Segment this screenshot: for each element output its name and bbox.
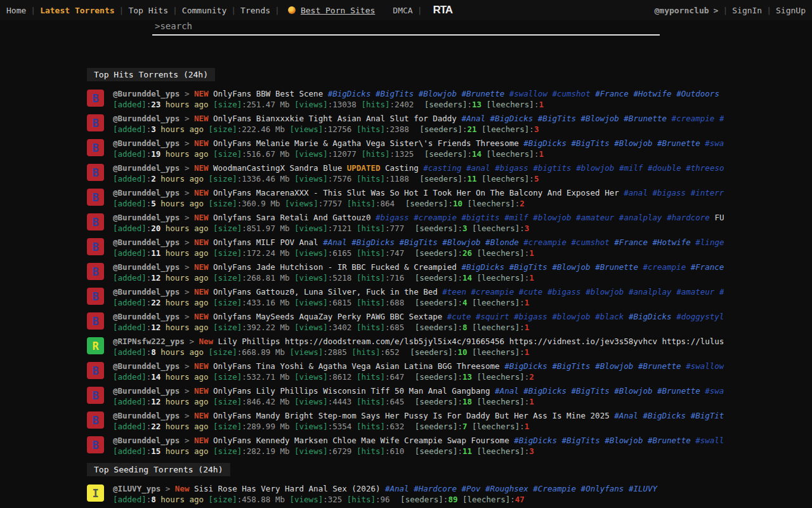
torrent-title-link[interactable]: OnlyFans Kennedy Marksen Chloe Mae Wife … xyxy=(213,436,509,445)
tag-link[interactable]: #Hotwife xyxy=(653,237,691,247)
tag-link[interactable]: #BigTits xyxy=(552,361,590,371)
tag-link[interactable]: #BigDicks xyxy=(490,114,534,123)
tag-link[interactable]: #BigTits xyxy=(572,386,610,396)
tag-link[interactable]: #creampie xyxy=(523,237,566,247)
uploader-avatar[interactable]: B xyxy=(87,238,104,255)
tag-link[interactable]: #Blowjob xyxy=(614,138,652,148)
tag-link[interactable]: #BigDicks xyxy=(351,237,395,247)
uploader-avatar[interactable]: I xyxy=(87,485,104,502)
tag-link[interactable]: #Hardcore xyxy=(414,484,457,493)
tag-link[interactable]: #bigass xyxy=(376,213,409,222)
uploader-avatar[interactable]: B xyxy=(87,90,104,107)
uploader-link[interactable]: @Burunddel_yps xyxy=(113,138,180,148)
uploader-link[interactable]: @Burunddel_yps xyxy=(113,312,180,321)
torrent-title-link[interactable]: OnlyFans MacarenaXXX - This Slut Was So … xyxy=(213,188,619,197)
tag-link[interactable]: #bigtits xyxy=(533,163,571,173)
tag-link[interactable]: #Blowjob xyxy=(419,89,457,98)
tag-link[interactable]: #swall… xyxy=(705,138,724,148)
tag-link[interactable]: #BigTits xyxy=(376,89,414,98)
tag-link[interactable]: #Brunette xyxy=(657,138,700,148)
tag-link[interactable]: #anal xyxy=(466,163,490,173)
tag-link[interactable]: #bigass xyxy=(495,163,528,173)
tag-link[interactable]: #Brunette xyxy=(657,386,700,396)
tag-link[interactable]: #swall… xyxy=(705,386,724,396)
best-porn-sites-link[interactable]: Best Porn Sites xyxy=(288,6,375,15)
tag-link[interactable]: #milf xyxy=(504,213,528,222)
uploader-link[interactable]: @Burunddel_yps xyxy=(113,436,180,445)
tag-link[interactable]: #swallow xyxy=(686,361,724,371)
torrent-title-link[interactable]: OnlyFans Mandy Bright Step-mom Says Her … xyxy=(213,411,610,420)
search-input[interactable] xyxy=(154,20,658,32)
nav-item-latest-torrents[interactable]: Latest Torrents xyxy=(40,6,114,15)
uploader-avatar[interactable]: B xyxy=(87,263,104,280)
tag-link[interactable]: #Blonde xyxy=(485,237,519,247)
torrent-title-link[interactable]: Sisi Rose Has Very Hard Anal Sex (2026) xyxy=(194,484,381,493)
uploader-avatar[interactable]: B xyxy=(87,139,104,156)
tag-link[interactable]: #Anal xyxy=(385,484,409,493)
torrent-title-link[interactable]: Onlyfans MILF POV Anal xyxy=(213,237,318,247)
torrent-title-link[interactable]: Onlyfans MaySeeds AquaZay Perky PAWG BBC… xyxy=(213,312,442,321)
uploader-link[interactable]: @RIPNsfw222_yps xyxy=(113,337,185,346)
tag-link[interactable]: #cute xyxy=(447,312,471,321)
uploader-link[interactable]: @Burunddel_yps xyxy=(113,411,180,420)
tag-link[interactable]: #Brunette xyxy=(624,114,667,123)
tag-link[interactable]: #doggystyle xyxy=(676,312,724,321)
tag-link[interactable]: #Blowjob xyxy=(595,361,633,371)
uploader-avatar[interactable]: B xyxy=(87,387,104,404)
tag-link[interactable]: #Anal xyxy=(323,237,347,247)
nav-item-trends[interactable]: Trends xyxy=(240,6,270,15)
uploader-avatar[interactable]: B xyxy=(87,164,104,181)
signin-link[interactable]: SignIn xyxy=(732,6,762,15)
tag-link[interactable]: #anal xyxy=(624,188,648,197)
tag-link[interactable]: #blowjob xyxy=(576,163,614,173)
tag-link[interactable]: #swallow… xyxy=(695,436,724,445)
tag-link[interactable]: #France xyxy=(595,89,629,98)
torrent-title-link[interactable]: Casting xyxy=(385,163,419,173)
tag-link[interactable]: #creampie xyxy=(672,114,715,123)
tag-link[interactable]: #analplay xyxy=(619,213,662,222)
uploader-avatar[interactable]: B xyxy=(87,411,104,429)
tag-link[interactable]: #BigDicks xyxy=(523,138,566,148)
tag-link[interactable]: #squirt xyxy=(476,312,509,321)
uploader-link[interactable]: @Burunddel_yps xyxy=(113,188,180,197)
tag-link[interactable]: #bigtits xyxy=(461,213,499,222)
tag-link[interactable]: #black xyxy=(595,312,624,321)
tag-link[interactable]: #cumshot xyxy=(572,237,610,247)
tag-link[interactable]: #Creampie xyxy=(533,484,576,493)
tag-link[interactable]: #Outdoors xyxy=(676,89,719,98)
tag-link[interactable]: #cu… xyxy=(719,114,724,123)
uploader-link[interactable]: @Burunddel_yps xyxy=(113,237,180,247)
torrent-title-link[interactable]: WoodmanCastingX Sandra Blue xyxy=(213,163,342,173)
tag-link[interactable]: #BigDicks xyxy=(461,262,504,272)
tag-link[interactable]: #BigDicks xyxy=(504,361,547,371)
nav-item-home[interactable]: Home xyxy=(6,6,26,15)
uploader-link[interactable]: @Burunddel_yps xyxy=(113,114,180,123)
tag-link[interactable]: #threesome… xyxy=(686,163,724,173)
torrent-title-link[interactable]: Lily Phillips https://doodstream.com/e/l… xyxy=(218,337,724,346)
tag-link[interactable]: #BigTits xyxy=(538,114,576,123)
tag-link[interactable]: #bigass xyxy=(547,287,581,297)
tag-link[interactable]: #Blowjob xyxy=(442,237,480,247)
uploader-link[interactable]: @Burunddel_yps xyxy=(113,163,180,173)
tag-link[interactable]: #BigDicks xyxy=(514,436,557,445)
tag-link[interactable]: #Brunette xyxy=(461,89,504,98)
uploader-link[interactable]: @Burunddel_yps xyxy=(113,386,180,396)
tag-link[interactable]: #blowjob xyxy=(586,287,624,297)
torrent-title-link[interactable]: OnlyFans Gattouz0, Luna Silver, Fuck in … xyxy=(213,287,438,297)
uploader-avatar[interactable]: B xyxy=(87,114,104,131)
tag-link[interactable]: #teen xyxy=(442,287,466,297)
nav-item-community[interactable]: Community xyxy=(182,6,226,15)
tag-link[interactable]: #cute xyxy=(519,287,543,297)
tag-link[interactable]: #amateur xyxy=(576,213,614,222)
tag-link[interactable]: #BigDicks xyxy=(328,89,371,98)
tag-link[interactable]: #bigass xyxy=(514,312,547,321)
tag-link[interactable]: #Pov xyxy=(461,484,480,493)
tag-link[interactable]: #blowjob xyxy=(533,213,571,222)
torrent-title-link[interactable]: OnlyFans BBW Best Scene xyxy=(213,89,323,98)
tag-link[interactable]: #Brunette xyxy=(595,262,638,272)
uploader-avatar[interactable]: B xyxy=(87,312,104,330)
tag-link[interactable]: #Anal xyxy=(614,411,638,420)
tag-link[interactable]: #BigTits xyxy=(400,237,438,247)
tag-link[interactable]: #creampie xyxy=(643,262,686,272)
uploader-avatar[interactable]: B xyxy=(87,362,104,379)
